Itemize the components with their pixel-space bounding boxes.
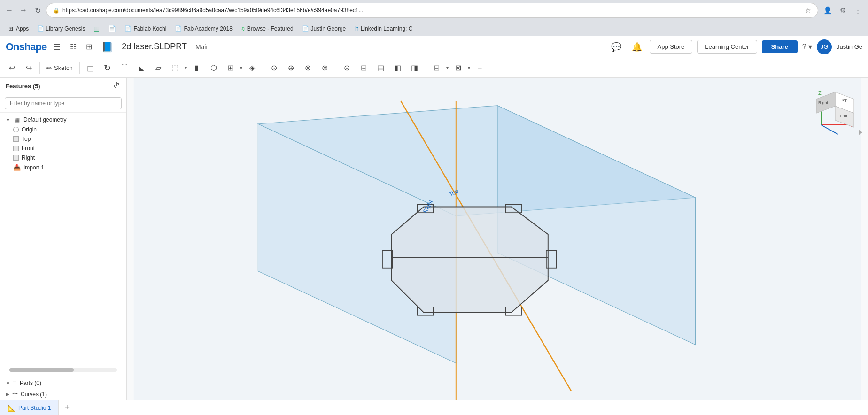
chat-button[interactable]: 💬: [608, 39, 624, 55]
bookmark-spotify[interactable]: ♫ Browse - Featured: [237, 24, 297, 33]
toolbar-tool-15[interactable]: ⊝: [339, 60, 355, 76]
parts-icon: ◻: [12, 380, 17, 386]
features-timer-button[interactable]: ⏱: [113, 82, 121, 90]
toolbar-dropdown-arrow-2[interactable]: ▾: [239, 64, 243, 71]
toolbar-tool-9[interactable]: ⊞: [223, 60, 239, 76]
toolbar-tool-10[interactable]: ◈: [244, 60, 260, 76]
fablab-icon: 📄: [124, 25, 132, 32]
toolbar-dropdown-1: ⬚ ▾: [167, 60, 188, 76]
bookmark-library-genesis[interactable]: 📄 Library Genesis: [33, 24, 89, 33]
spotify-icon: ♫: [241, 25, 245, 32]
tree-item-curves[interactable]: ▶ 〜 Curves (1): [0, 388, 126, 400]
import-icon: 📥: [13, 164, 21, 171]
toolbar-tool-11[interactable]: ⊙: [266, 60, 282, 76]
front-label: Front: [22, 145, 35, 152]
header-icon-btn-2[interactable]: ⊞: [83, 40, 95, 53]
library-icon: 📄: [37, 25, 44, 32]
toolbar-dropdown-arrow-4[interactable]: ▾: [467, 64, 471, 71]
toolbar-tool-22[interactable]: +: [472, 60, 488, 76]
header-icon-btn-1[interactable]: ☷: [67, 40, 79, 53]
bookmark-linkedin[interactable]: in LinkedIn Learning: C: [350, 24, 416, 33]
right-plane-icon: [13, 155, 19, 161]
share-button[interactable]: Share: [762, 40, 798, 53]
panel-scrollbar-area: [0, 366, 126, 374]
tab-add-button[interactable]: +: [59, 400, 75, 415]
app-header: Onshape ☰ ☷ ⊞ 📘 2d laser.SLDPRT Main 💬 🔔…: [0, 36, 868, 58]
toolbar-tool-21[interactable]: ⊠: [450, 60, 466, 76]
header-icon-group: ☷ ⊞: [67, 40, 95, 53]
app-store-button[interactable]: App Store: [650, 40, 693, 54]
bookmark-gsheets[interactable]: ▦: [90, 23, 103, 34]
toolbar-tool-8[interactable]: ⬡: [206, 60, 222, 76]
star-icon[interactable]: ☆: [805, 7, 811, 14]
toolbar-tool-4[interactable]: ◣: [133, 60, 149, 76]
doc-title: 2d laser.SLDPRT: [122, 42, 187, 52]
toolbar-tool-12[interactable]: ⊕: [283, 60, 299, 76]
toolbar-tool-13[interactable]: ⊗: [300, 60, 316, 76]
toolbar-tool-3[interactable]: ⌒: [116, 60, 132, 76]
tree-item-import1[interactable]: 📥 Import 1: [0, 162, 126, 172]
bookmark-linkedin-label: LinkedIn Learning: C: [361, 25, 413, 32]
onshape-logo[interactable]: Onshape: [6, 41, 46, 53]
toolbar-tool-16[interactable]: ⊞: [356, 60, 372, 76]
bookmarks-bar: ⊞ Apps 📄 Library Genesis ▦ 📄 📄 Fablab Ko…: [0, 21, 868, 36]
undo-button[interactable]: ↩: [4, 60, 20, 76]
back-button[interactable]: ←: [4, 5, 15, 16]
origin-label: Origin: [22, 126, 37, 133]
forward-button[interactable]: →: [18, 5, 29, 16]
toolbar-tool-5[interactable]: ▱: [150, 60, 166, 76]
tree-item-default-geometry[interactable]: ▼ ▦ Default geometry: [0, 115, 126, 125]
tab-part-studio-1[interactable]: 📐 Part Studio 1: [0, 400, 59, 415]
bookmark-gdoc[interactable]: 📄: [104, 23, 120, 34]
bookmark-fablab[interactable]: 📄 Fablab Kochi: [121, 24, 170, 33]
gsheets-icon: ▦: [93, 25, 100, 32]
feature-search-input[interactable]: [5, 97, 122, 109]
sketch-button[interactable]: ✏ Sketch: [43, 60, 77, 76]
toolbar-tool-7[interactable]: ▮: [189, 60, 205, 76]
sketch-icon: ✏: [46, 64, 52, 72]
notifications-button[interactable]: 🔔: [629, 39, 645, 55]
canvas-area[interactable]: Top Right X Z Top: [127, 78, 868, 400]
extensions-icon[interactable]: ⚙: [836, 4, 849, 17]
bookmark-fab-academy[interactable]: 📄 Fab Academy 2018: [171, 24, 236, 33]
toolbar-tool-1[interactable]: ◻: [83, 60, 99, 76]
bookmark-apps[interactable]: ⊞ Apps: [4, 24, 32, 33]
tree-item-front[interactable]: Front: [0, 144, 126, 153]
right-label: Right: [22, 154, 35, 161]
learning-center-button[interactable]: Learning Center: [697, 40, 757, 54]
redo-button[interactable]: ↪: [21, 60, 37, 76]
tree-item-parts[interactable]: ▼ ◻ Parts (0): [0, 378, 126, 388]
panel-scrollbar[interactable]: [9, 368, 117, 372]
parts-toggle-icon: ▼: [6, 381, 12, 386]
tree-item-origin[interactable]: Origin: [0, 125, 126, 134]
toolbar-tool-6[interactable]: ⬚: [167, 60, 183, 76]
secure-icon: 🔒: [53, 8, 60, 14]
bookmark-justin-label: Justin George: [311, 25, 346, 32]
tab-bar: 📐 Part Studio 1 +: [0, 400, 868, 415]
refresh-button[interactable]: ↻: [32, 5, 43, 16]
toolbar-tool-20[interactable]: ⊟: [429, 60, 445, 76]
bookmark-library-label: Library Genesis: [46, 25, 85, 32]
view-cube[interactable]: X Z Top Front Right: [812, 87, 859, 134]
toolbar-tool-19[interactable]: ◨: [407, 60, 423, 76]
toolbar-dropdown-arrow-1[interactable]: ▾: [184, 64, 188, 71]
hamburger-menu-button[interactable]: ☰: [51, 40, 62, 54]
svg-line-18: [821, 125, 838, 134]
toolbar-tool-14[interactable]: ⊜: [317, 60, 333, 76]
svg-text:Top: Top: [841, 98, 848, 102]
toolbar-tool-17[interactable]: ▤: [373, 60, 389, 76]
chrome-menu-icon[interactable]: ⋮: [851, 4, 864, 17]
address-bar[interactable]: 🔒 https://cad.onshape.com/documents/fea7…: [46, 3, 818, 18]
profile-icon[interactable]: 👤: [821, 4, 834, 17]
svg-marker-25: [859, 130, 862, 135]
toolbar-tool-2[interactable]: ↻: [100, 60, 116, 76]
toolbar-tool-18[interactable]: ◧: [390, 60, 406, 76]
tree-item-right[interactable]: Right: [0, 153, 126, 162]
tree-item-top[interactable]: Top: [0, 134, 126, 144]
default-geometry-icon: ▦: [13, 116, 21, 123]
bookmark-justin[interactable]: 📄 Justin George: [298, 24, 350, 33]
user-avatar[interactable]: JG: [817, 39, 832, 54]
justin-icon: 📄: [302, 25, 309, 32]
toolbar-dropdown-arrow-3[interactable]: ▾: [445, 64, 450, 71]
help-button[interactable]: ? ▾: [802, 42, 812, 51]
